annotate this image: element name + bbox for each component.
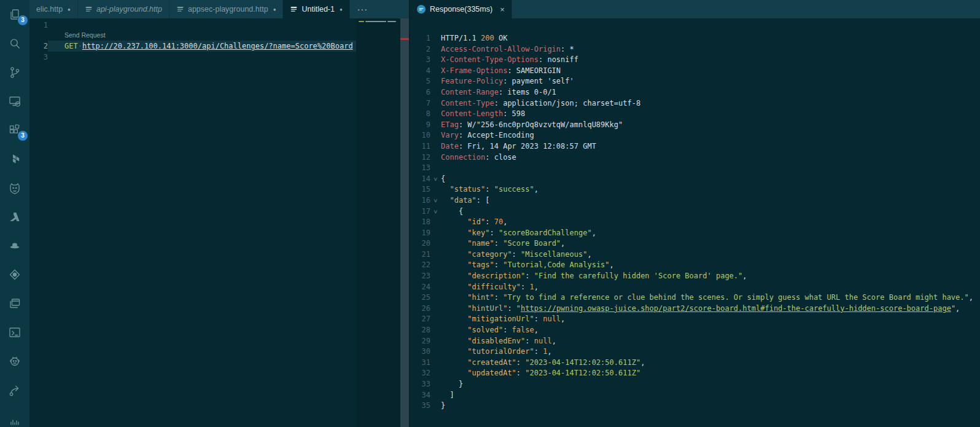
- tab-api-playground-http[interactable]: api-playground.http: [78, 0, 169, 18]
- fold-gutter: [430, 66, 441, 77]
- line-number: 17: [410, 206, 430, 217]
- request-code-area[interactable]: 1Send Request2GET·http://20.237.100.141:…: [29, 18, 356, 427]
- fold-chevron-icon[interactable]: >: [430, 195, 441, 206]
- azure-icon[interactable]: [0, 202, 29, 231]
- code-line: 16> "data": [: [410, 195, 980, 206]
- code-token: X-Content-Type-Options: [441, 55, 539, 64]
- dirty-indicator[interactable]: ●: [340, 7, 343, 12]
- line-number: 33: [410, 379, 430, 390]
- code-token: Feature-Policy: [441, 77, 503, 85]
- code-token: [441, 369, 467, 377]
- code-token: [441, 239, 467, 248]
- code-token: ,: [610, 261, 614, 269]
- minimap[interactable]: [356, 18, 400, 427]
- code-line: 17> {: [410, 206, 980, 217]
- tab-response[interactable]: Response(335ms) ×: [410, 0, 512, 18]
- code-token: : [: [476, 196, 490, 205]
- code-token: "data": [449, 196, 476, 205]
- source-control-icon[interactable]: [0, 58, 29, 87]
- code-token: :: [516, 358, 525, 367]
- tab-untitled-1[interactable]: Untitled-1●: [283, 0, 349, 18]
- fold-gutter: [430, 55, 441, 66]
- snyk-dog-icon[interactable]: [0, 173, 29, 202]
- fold-gutter: [430, 401, 441, 412]
- tab-appsec-playground-http[interactable]: appsec-playground.http●: [169, 0, 284, 18]
- code-token: [441, 326, 467, 334]
- overview-ruler-scrollbar[interactable]: [400, 18, 409, 427]
- code-line: 12Connection: close: [410, 152, 980, 163]
- code-token: [441, 185, 449, 194]
- activity-badge: 3: [18, 131, 28, 141]
- response-code-area[interactable]: 1HTTP/1.1 200 OK2Access-Control-Allow-Or…: [410, 18, 980, 427]
- code-token: ETag: [441, 120, 459, 129]
- hat-icon[interactable]: [0, 231, 29, 260]
- code-line: 3X-Content-Type-Options: nosniff: [410, 55, 980, 66]
- code-line: 27 "mitigationUrl": null,: [410, 314, 980, 325]
- fold-gutter: [430, 336, 441, 347]
- code-token: ·: [78, 42, 82, 50]
- remote-explorer-icon[interactable]: [0, 87, 29, 116]
- dirty-indicator[interactable]: ●: [68, 7, 71, 12]
- tab-elic-http[interactable]: elic.http●: [29, 0, 78, 18]
- search-icon[interactable]: [0, 29, 29, 58]
- fold-gutter: [430, 228, 441, 239]
- line-number: 12: [410, 152, 430, 163]
- code-line: 13: [410, 163, 980, 174]
- code-token: null: [534, 337, 552, 345]
- robot-icon[interactable]: [0, 347, 29, 375]
- code-token: ,: [969, 293, 973, 302]
- code-line: 9ETag: W/"256-6nc0prOq8vzvtqW/amnlqU89Kk…: [410, 120, 980, 131]
- close-icon[interactable]: ×: [500, 5, 505, 14]
- files-icon[interactable]: 3: [0, 0, 29, 29]
- extensions-icon[interactable]: 3: [0, 116, 29, 144]
- code-token: "status": [449, 185, 485, 194]
- code-token: : 598: [503, 109, 525, 118]
- fold-gutter: [430, 33, 441, 44]
- code-token: "id": [467, 217, 485, 226]
- request-url-link[interactable]: http://20.237.100.141:3000/api/Challenge…: [82, 42, 353, 50]
- minimap-line-render: [365, 21, 386, 22]
- code-token: ,: [534, 185, 539, 194]
- line-number: 16: [410, 195, 430, 206]
- fold-gutter: [430, 304, 441, 315]
- http-file-icon: [85, 6, 93, 14]
- fold-chevron-icon[interactable]: >: [430, 206, 441, 217]
- send-request-link[interactable]: Send Request: [64, 31, 106, 39]
- code-token: : nosniff: [539, 55, 578, 64]
- equalizer-icon[interactable]: [0, 404, 29, 427]
- response-icon: [416, 4, 426, 14]
- code-token: [441, 358, 467, 367]
- code-token: Content-Length: [441, 109, 503, 118]
- code-token: "Find the carefully hidden 'Score Board'…: [534, 272, 743, 280]
- share-icon[interactable]: [0, 375, 29, 404]
- code-line: 1HTTP/1.1 200 OK: [410, 33, 980, 44]
- terraform-icon[interactable]: [0, 144, 29, 173]
- dirty-indicator[interactable]: ●: [273, 7, 276, 12]
- code-line: 8Content-Length: 598: [410, 109, 980, 120]
- hint-url-link[interactable]: https://pwning.owasp-juice.shop/part2/sc…: [521, 304, 951, 313]
- line-number: 1: [29, 20, 48, 31]
- code-token: : Accept-Encoding: [459, 131, 534, 139]
- line-number: 35: [410, 401, 430, 412]
- windows-icon[interactable]: [0, 289, 29, 318]
- code-line: 22 "tags": "Tutorial,Code Analysis",: [410, 260, 980, 271]
- activity-badge: 3: [18, 15, 28, 25]
- line-number: 11: [410, 141, 430, 152]
- codelens-row: Send Request: [29, 31, 356, 41]
- minimap-line-render: [359, 21, 364, 22]
- code-token: OK: [494, 34, 508, 42]
- fold-gutter: [430, 152, 441, 163]
- fold-gutter: [430, 184, 441, 195]
- code-token: : payment 'self': [503, 77, 574, 85]
- vscode-window: 33 elic.http●api-playground.httpappsec-p…: [0, 0, 980, 427]
- fold-chevron-icon[interactable]: >: [430, 174, 441, 185]
- line-number: 20: [410, 238, 430, 249]
- tab-label: appsec-playground.http: [188, 5, 268, 14]
- scan-target-icon[interactable]: [0, 260, 29, 289]
- overview-ruler-marker: [400, 38, 409, 40]
- terminal-icon[interactable]: [0, 318, 29, 347]
- code-token: "Score Board": [503, 239, 561, 248]
- code-token: :: [512, 250, 521, 259]
- code-token: ,: [592, 229, 596, 237]
- more-actions-button[interactable]: ···: [350, 0, 375, 18]
